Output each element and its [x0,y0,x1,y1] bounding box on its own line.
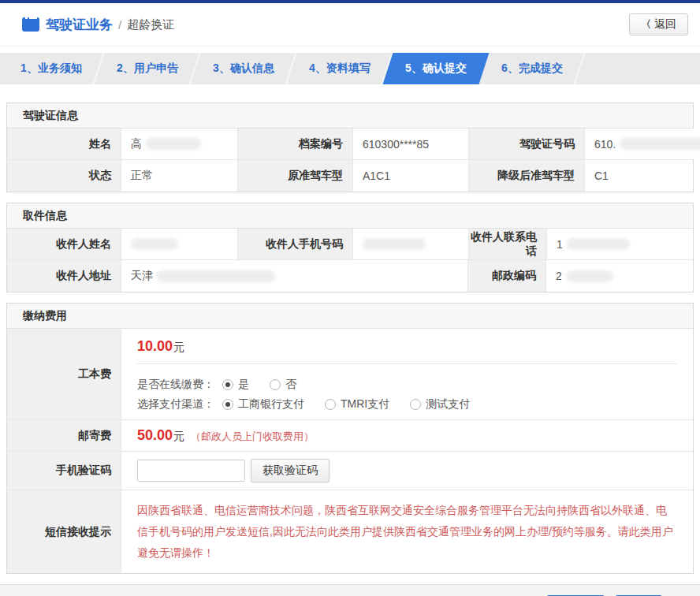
tab-step-6[interactable]: 6、完成提交 [484,53,580,84]
radio-unselected-icon [325,399,336,410]
recipient-phone-value: 1 [547,229,693,259]
table-row: 姓名 高 档案编号 610300****85 驾驶证号码 610. [7,129,693,160]
get-captcha-button[interactable]: 获取验证码 [251,459,330,482]
production-fee-amount: 10.00 [137,338,173,355]
radio-channel-tmri[interactable]: TMRI支付 [325,397,389,412]
radio-online-no[interactable]: 否 [270,378,296,392]
redacted-blur [566,270,613,282]
recipient-address-value: 天津 [121,260,468,292]
license-info-section: 驾驶证信息 姓名 高 档案编号 610300****85 驾驶证号码 610. … [6,102,694,192]
back-button[interactable]: 〈 返回 [629,13,688,35]
license-number-value: 610. [585,129,700,159]
name-value: 高 [121,129,238,159]
status-value: 正常 [121,160,238,192]
redacted-blur [620,138,700,150]
page-title: 驾驶证业务 [46,16,113,34]
downgraded-class-value: C1 [585,160,693,192]
postage-fee-amount: 50.00 [137,427,173,444]
table-row: 收件人姓名 收件人手机号码 收件人联系电话 1 [7,229,693,260]
step-tabs: 1、业务须知 2、用户申告 3、确认信息 4、资料填写 5、确认提交 6、完成提… [0,53,700,84]
chevron-left-icon: 〈 [641,17,651,32]
status-label: 状态 [7,160,121,192]
radio-unselected-icon [270,379,281,390]
original-class-value: A1C1 [353,160,469,192]
payment-channel-question-row: 选择支付渠道： 工商银行支付 TMRI支付 测试支付 [137,397,490,412]
postage-fee-label: 邮寄费 [7,420,121,451]
radio-online-yes[interactable]: 是 [222,378,249,392]
production-fee-unit: 元 [173,341,184,355]
sms-notice-row: 短信接收提示 因陕西省联通、电信运营商技术问题，陕西省互联网交通安全综合服务管理… [7,490,693,573]
recipient-mobile-value [353,229,469,259]
sms-notice-label: 短信接收提示 [7,490,121,573]
breadcrumb-current: 超龄换证 [127,17,174,32]
redacted-blur [146,138,201,150]
redacted-blur [363,238,426,250]
downgraded-class-label: 降级后准驾车型 [469,160,585,192]
tab-step-1[interactable]: 1、业务须知 [3,53,99,84]
breadcrumb-separator: / [118,18,121,32]
radio-channel-test[interactable]: 测试支付 [410,397,470,412]
production-fee-row: 工本费 10.00 元 是否在线缴费： 是 否 [7,329,693,420]
table-row: 状态 正常 原准驾车型 A1C1 降级后准驾车型 C1 [7,160,693,192]
radio-channel-icbc[interactable]: 工商银行支付 [222,397,304,412]
file-number-value: 610300****85 [353,129,469,159]
recipient-phone-label: 收件人联系电话 [469,229,547,259]
pickup-info-section: 取件信息 收件人姓名 收件人手机号码 收件人联系电话 1 收件人地址 天津 邮政… [6,203,694,292]
production-fee-value: 10.00 元 是否在线缴费： 是 否 选择支付渠道： [121,329,693,419]
fees-section-title: 缴纳费用 [7,304,693,329]
postage-fee-value: 50.00 元 （邮政人员上门收取费用） [121,420,693,451]
name-label: 姓名 [7,129,121,159]
sms-notice-value: 因陕西省联通、电信运营商技术问题，陕西省互联网交通安全综合服务管理平台无法向持陕… [121,490,693,573]
file-number-label: 档案编号 [238,129,353,159]
postal-code-value: 2 [546,260,693,292]
postal-code-label: 邮政编码 [468,260,546,292]
radio-selected-icon [222,379,233,390]
captcha-row: 手机验证码 获取验证码 [7,452,693,490]
radio-unselected-icon [410,399,421,410]
redacted-blur [567,238,630,250]
captcha-input[interactable] [137,460,245,482]
pickup-section-title: 取件信息 [7,203,693,229]
redacted-blur [131,238,178,250]
payment-channel-question: 选择支付渠道： [137,397,214,412]
tab-step-3[interactable]: 3、确认信息 [195,53,292,84]
back-button-label: 返回 [654,17,676,32]
divider [137,363,677,364]
license-number-label: 驾驶证号码 [469,129,585,159]
sms-notice-text: 因陕西省联通、电信运营商技术问题，陕西省互联网交通安全综合服务管理平台无法向持陕… [137,500,677,564]
tab-step-5-active[interactable]: 5、确认提交 [388,53,484,84]
recipient-mobile-label: 收件人手机号码 [238,229,353,259]
redacted-blur [157,270,275,282]
captcha-label: 手机验证码 [7,452,121,490]
tab-step-2[interactable]: 2、用户申告 [99,53,195,84]
online-payment-question-row: 是否在线缴费： 是 否 [137,378,317,392]
radio-selected-icon [222,399,233,410]
production-fee-label: 工本费 [7,329,121,419]
original-class-label: 原准驾车型 [238,160,353,192]
footer-bar: 上一步 完成 [0,584,700,596]
postage-fee-unit: 元 [173,430,184,444]
recipient-address-label: 收件人地址 [7,260,121,292]
list-icon [22,17,39,32]
license-section-title: 驾驶证信息 [7,103,693,129]
postage-fee-row: 邮寄费 50.00 元 （邮政人员上门收取费用） [7,420,693,452]
captcha-value: 获取验证码 [121,452,693,490]
tab-step-4[interactable]: 4、资料填写 [292,53,388,84]
table-row: 收件人地址 天津 邮政编码 2 [7,260,693,292]
fees-section: 缴纳费用 工本费 10.00 元 是否在线缴费： 是 否 [6,303,694,574]
page-header: 驾驶证业务 / 超龄换证 〈 返回 [0,3,700,47]
recipient-name-label: 收件人姓名 [7,229,121,259]
recipient-name-value [121,229,238,259]
postage-fee-note: （邮政人员上门收取费用） [191,430,314,444]
online-payment-question: 是否在线缴费： [137,378,214,392]
